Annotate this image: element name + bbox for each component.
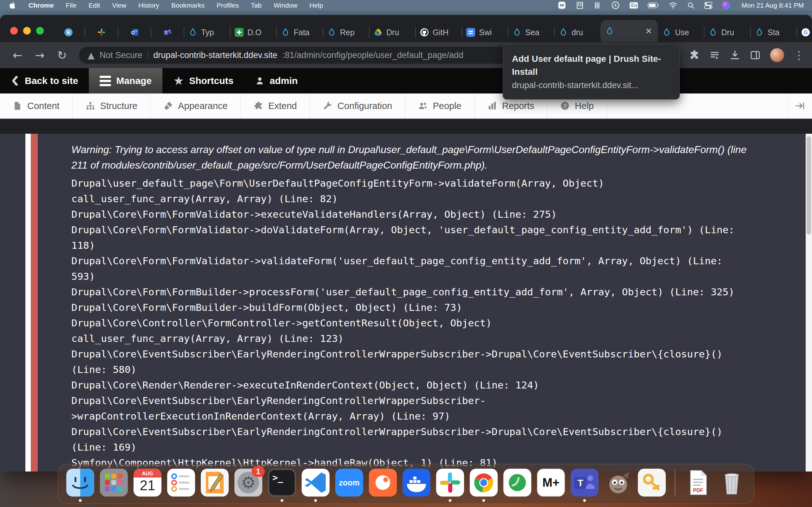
dock-docker-icon[interactable] xyxy=(403,469,430,497)
tab-close-icon[interactable]: ✕ xyxy=(644,26,653,37)
menubar-menu-history[interactable]: History xyxy=(133,2,165,9)
pinned-tab-outlook[interactable]: O xyxy=(118,22,151,42)
tab-dru[interactable]: dru xyxy=(554,22,601,42)
menubar-menu-bookmarks[interactable]: Bookmarks xyxy=(165,2,211,9)
admin-menu-structure[interactable]: Structure xyxy=(73,94,151,118)
tab-D.O[interactable]: D.O xyxy=(230,22,276,42)
menubar-menu-edit[interactable]: Edit xyxy=(83,2,106,9)
menubar-menu-profiles[interactable]: Profiles xyxy=(211,2,245,9)
keyboard-switcher-menubar-icon[interactable] xyxy=(629,2,638,9)
pinned-tab-kanban[interactable]: k xyxy=(52,22,85,42)
forward-icon[interactable]: → xyxy=(30,49,49,62)
tab-GitH[interactable]: GitH xyxy=(415,22,462,42)
dock-reminders-icon[interactable] xyxy=(167,469,195,497)
drupal-favicon xyxy=(327,28,336,37)
scrollbar-thumb[interactable] xyxy=(807,136,811,234)
dock-green-app-icon[interactable] xyxy=(503,469,531,497)
reading-list-icon[interactable] xyxy=(709,50,720,60)
browser-toolbar: ← → ↻ ▲ Not Secure drupal-contrib-starte… xyxy=(0,42,812,68)
battery-icon[interactable] xyxy=(648,2,659,9)
tab-dde[interactable]: G dde xyxy=(797,22,812,42)
window-close-button[interactable] xyxy=(10,27,18,35)
svg-text:⚙: ⚙ xyxy=(241,473,256,492)
dock-vscode-icon[interactable] xyxy=(302,469,329,497)
menubar-menu-chrome[interactable]: Chrome xyxy=(22,2,60,9)
window-zoom-button[interactable] xyxy=(36,27,44,35)
github-favicon xyxy=(420,28,429,37)
dock-calendar-icon[interactable]: AUG21 xyxy=(134,469,161,497)
admin-user-tab[interactable]: admin xyxy=(244,68,308,94)
dock-postman-icon[interactable] xyxy=(369,469,397,497)
stack-trace-line: Drupal\Core\EventSubscriber\EarlyRenderi… xyxy=(71,424,750,455)
menubar-menu-tab[interactable]: Tab xyxy=(245,2,268,9)
dock-mplus-icon[interactable]: M+ xyxy=(537,469,565,497)
play-menubar-icon[interactable] xyxy=(611,1,620,9)
siri-icon[interactable] xyxy=(722,1,730,9)
dock-keychain-icon[interactable] xyxy=(638,469,666,497)
dock-pages-icon[interactable] xyxy=(201,469,229,497)
tab-Rep[interactable]: Rep xyxy=(323,22,369,42)
tab-Use[interactable]: Use xyxy=(658,22,704,42)
dock-chrome-icon[interactable] xyxy=(470,469,498,497)
menubar-menu-view[interactable]: View xyxy=(106,2,132,9)
svg-text:M+: M+ xyxy=(542,476,560,489)
dock-trash-icon[interactable] xyxy=(718,469,746,497)
manage-tab[interactable]: Manage xyxy=(89,68,162,94)
admin-menu-people[interactable]: People xyxy=(405,94,474,118)
dock-launchpad-icon[interactable] xyxy=(100,469,128,497)
appearance-icon xyxy=(163,101,173,111)
grid-app-menubar-icon[interactable] xyxy=(576,1,584,9)
profile-avatar[interactable] xyxy=(770,48,784,62)
menubar-menu-file[interactable]: File xyxy=(60,2,83,9)
browser-menu-kebab-icon[interactable]: ⋮ xyxy=(794,49,804,61)
not-secure-warning-icon: ▲ xyxy=(88,50,95,60)
svg-text:>_: >_ xyxy=(272,472,283,483)
toolbar-orientation-toggle[interactable] xyxy=(787,94,812,118)
teamviewer-menubar-icon[interactable] xyxy=(558,1,566,9)
svg-text:G: G xyxy=(804,30,808,35)
spotlight-search-icon[interactable] xyxy=(687,2,695,9)
dock-teams-icon[interactable]: T xyxy=(571,469,599,497)
dock-pdf-doc-icon[interactable]: PDF xyxy=(684,469,712,497)
wifi-icon[interactable] xyxy=(669,2,677,9)
admin-menu-extend[interactable]: Extend xyxy=(241,94,310,118)
tab-Fata[interactable]: Fata xyxy=(276,22,323,42)
window-minimize-button[interactable] xyxy=(23,27,31,35)
google-favicon: G xyxy=(801,28,810,37)
tab-Sta[interactable]: Sta xyxy=(751,22,797,42)
svg-text:PDF: PDF xyxy=(693,488,703,493)
apple-menu-icon[interactable] xyxy=(0,2,22,9)
dock-gimp-icon[interactable] xyxy=(604,469,632,497)
page-content: Warning: Trying to access array offset o… xyxy=(0,134,812,471)
admin-menu-appearance[interactable]: Appearance xyxy=(151,94,241,118)
page-scrollbar[interactable] xyxy=(806,134,812,471)
menubar-menu-window[interactable]: Window xyxy=(268,2,304,9)
pinned-tab-teams[interactable]: T xyxy=(151,22,184,42)
extensions-puzzle-icon[interactable] xyxy=(689,50,700,60)
menubar-clock[interactable]: Mon 21 Aug 8:41 PM xyxy=(740,2,808,9)
admin-menu-content[interactable]: Content xyxy=(0,94,73,118)
dock-terminal-icon[interactable]: >_ xyxy=(268,469,296,497)
tab-active-drupal[interactable]: ✕ xyxy=(601,20,658,42)
docker-menubar-icon[interactable] xyxy=(594,1,602,9)
side-panel-icon[interactable] xyxy=(750,50,761,60)
tab-Typ[interactable]: Typ xyxy=(184,22,230,42)
admin-menu-configuration[interactable]: Configuration xyxy=(310,94,406,118)
dock-slack-icon[interactable] xyxy=(436,469,464,497)
tab-Dru[interactable]: Dru xyxy=(369,22,415,42)
reload-icon[interactable]: ↻ xyxy=(52,49,72,62)
shortcuts-tab[interactable]: ★ Shortcuts xyxy=(162,68,244,94)
control-center-icon[interactable] xyxy=(704,2,712,9)
tab-Swi[interactable]: Swi xyxy=(462,22,508,42)
tab-Dru[interactable]: Dru xyxy=(704,22,751,42)
tab-Sea[interactable]: Sea xyxy=(508,22,554,42)
dock-finder-icon[interactable] xyxy=(66,469,94,497)
dock-zoom-icon[interactable]: zoom xyxy=(335,469,363,497)
pinned-tab-slack[interactable] xyxy=(85,22,118,42)
menubar-menu-help[interactable]: Help xyxy=(304,2,329,9)
downloads-icon[interactable] xyxy=(729,50,740,60)
back-icon[interactable]: ← xyxy=(8,49,27,62)
drupal-favicon xyxy=(559,28,568,37)
back-to-site-button[interactable]: Back to site xyxy=(0,68,89,94)
dock-settings-icon[interactable]: ⚙1 xyxy=(235,469,262,497)
